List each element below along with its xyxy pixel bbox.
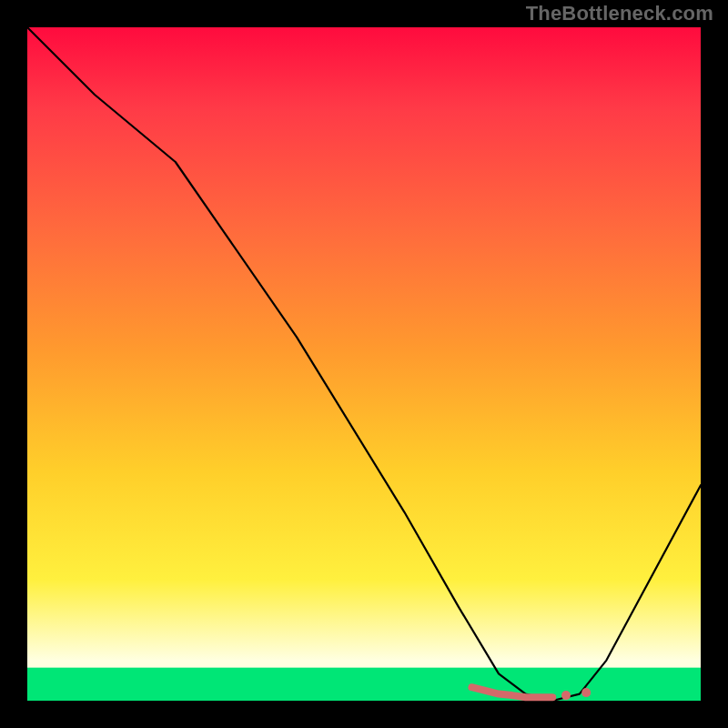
optimal-points-group [471, 687, 591, 700]
chart-root: TheBottleneck.com [0, 0, 728, 728]
optimal-smear [471, 687, 552, 697]
bottleneck-curve-path [27, 27, 701, 701]
optimal-dot [581, 688, 591, 697]
optimal-dot [561, 691, 571, 700]
curve-layer [27, 27, 701, 701]
plot-area [27, 27, 701, 701]
watermark-text: TheBottleneck.com [526, 2, 713, 25]
